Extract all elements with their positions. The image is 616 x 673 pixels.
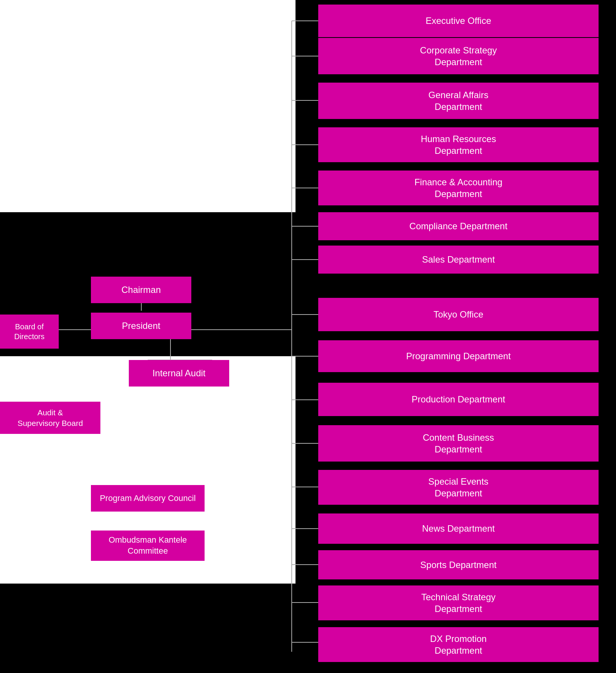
news-node: News Department xyxy=(318,513,599,544)
sports-node: Sports Department xyxy=(318,550,599,579)
executive-office-node: Executive Office xyxy=(318,5,599,37)
dx-promotion-node: DX Promotion Department xyxy=(318,627,599,662)
white-bg-top xyxy=(0,0,295,212)
ombudsman-node: Ombudsman Kantele Committee xyxy=(91,531,205,561)
production-node: Production Department xyxy=(318,383,599,416)
program-advisory-node: Program Advisory Council xyxy=(91,485,205,512)
sales-node: Sales Department xyxy=(318,246,599,274)
finance-accounting-node: Finance & Accounting Department xyxy=(318,171,599,205)
audit-supervisory-node: Audit & Supervisory Board xyxy=(0,402,100,434)
org-chart: Board of Directors Chairman President In… xyxy=(0,0,616,673)
president-node: President xyxy=(91,313,191,339)
content-business-node: Content Business Department xyxy=(318,425,599,462)
programming-node: Programming Department xyxy=(318,340,599,372)
chairman-node: Chairman xyxy=(91,277,191,303)
technical-strategy-node: Technical Strategy Department xyxy=(318,585,599,620)
tokyo-office-node: Tokyo Office xyxy=(318,298,599,331)
internal-audit-node: Internal Audit xyxy=(129,360,229,387)
special-events-node: Special Events Department xyxy=(318,470,599,505)
compliance-node: Compliance Department xyxy=(318,212,599,240)
corporate-strategy-node: Corporate Strategy Department xyxy=(318,38,599,74)
human-resources-node: Human Resources Department xyxy=(318,127,599,162)
board-of-directors-node: Board of Directors xyxy=(0,315,59,349)
general-affairs-node: General Affairs Department xyxy=(318,83,599,119)
